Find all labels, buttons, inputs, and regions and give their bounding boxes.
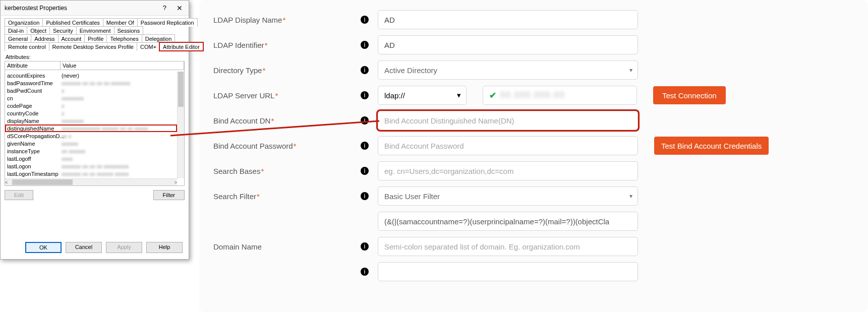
search-filter-label: Search Filter* [213, 192, 361, 201]
vertical-scrollbar[interactable] [177, 72, 184, 178]
table-row[interactable]: countryCodex [5, 109, 177, 117]
info-icon[interactable]: i [361, 242, 369, 251]
search-filter-select[interactable]: Basic User Filter▾ [378, 186, 638, 206]
search-bases-input[interactable] [378, 161, 638, 180]
ldap-server-url-label: LDAP Server URL* [213, 91, 361, 100]
info-icon[interactable]: i [361, 41, 369, 49]
attributes-label: Attributes: [6, 54, 185, 60]
test-bind-credentials-button[interactable]: Test Bind Account Credentials [654, 137, 769, 155]
table-row[interactable]: lastLogoffxxxx [5, 155, 177, 162]
server-url-input[interactable]: ✔ 00.000.000.00 [483, 86, 637, 105]
info-icon[interactable]: i [361, 167, 369, 175]
table-row[interactable]: lastLogonTimestampxxxxxxx xx xx xxxxxx x… [5, 170, 177, 177]
tab-general[interactable]: General [5, 34, 31, 43]
filter-button[interactable]: Filter [153, 190, 185, 200]
info-icon[interactable]: i [361, 91, 369, 99]
close-icon[interactable]: ✕ [172, 3, 187, 13]
search-bases-label: Search Bases* [213, 167, 361, 175]
table-row[interactable]: lastLogonxxxxxxx xx xx xx xxxxxxxxx [5, 162, 177, 170]
tab-dial-in[interactable]: Dial-in [5, 26, 27, 35]
chevron-down-icon: ▾ [629, 193, 632, 200]
info-icon[interactable]: i [361, 66, 369, 74]
table-row[interactable]: instanceTypexx xxxxxx [5, 147, 177, 155]
table-row[interactable]: codePagex [5, 102, 177, 109]
directory-type-select[interactable]: Active Directory▾ [378, 60, 638, 80]
table-row[interactable]: displayNamexxxxxxxx [5, 117, 177, 124]
tab-com-plus[interactable]: COM+ [137, 42, 160, 51]
table-row[interactable]: dSCorePropagationD...xx x [5, 132, 177, 140]
check-icon: ✔ [489, 90, 496, 101]
table-row[interactable]: givenNamexxxxxx [5, 140, 177, 147]
tab-password-replication[interactable]: Password Replication [137, 18, 198, 27]
ldap-display-name-input[interactable] [378, 10, 638, 29]
ldap-config-panel: LDAP Display Name* i LDAP Identifier* i … [199, 0, 868, 312]
tab-attribute-editor[interactable]: Attribute Editor [159, 42, 203, 51]
col-value[interactable]: Value [61, 61, 184, 70]
dialog-titlebar: kerberostest Properties ? ✕ [1, 1, 189, 16]
col-attribute[interactable]: Attribute [5, 61, 61, 70]
tab-rds-profile[interactable]: Remote Desktop Services Profile [49, 42, 137, 51]
ldap-display-name-label: LDAP Display Name* [213, 16, 361, 24]
tab-strip: Organization Published Certificates Memb… [5, 19, 185, 51]
tab-account[interactable]: Account [58, 34, 85, 43]
attributes-table: Attribute Value accountExpires(never)bad… [5, 61, 185, 186]
tab-organization[interactable]: Organization [5, 18, 43, 27]
search-filter-string-input[interactable] [378, 212, 638, 231]
domain-name-input[interactable] [378, 237, 638, 256]
test-connection-button[interactable]: Test Connection [653, 86, 726, 104]
chevron-down-icon: ▾ [457, 91, 461, 100]
tab-member-of[interactable]: Member Of [103, 18, 138, 27]
tab-security[interactable]: Security [49, 26, 77, 35]
tab-sessions[interactable]: Sessions [114, 26, 144, 35]
help-icon[interactable]: ? [160, 3, 169, 13]
info-icon[interactable]: i [361, 16, 369, 24]
help-button[interactable]: Help [146, 242, 183, 253]
edit-button[interactable]: Edit [5, 190, 33, 200]
partial-input[interactable] [378, 262, 638, 281]
table-row[interactable]: accountExpires(never) [5, 72, 177, 79]
table-row[interactable]: badPwdCountx [5, 87, 177, 94]
tab-published-certificates[interactable]: Published Certificates [42, 18, 103, 27]
chevron-down-icon: ▾ [629, 67, 632, 74]
ldap-identifier-input[interactable] [378, 35, 638, 54]
ok-button[interactable]: OK [25, 242, 62, 253]
table-row[interactable]: badPasswordTimexxxxxxx xx xx xx xx xxxxx… [5, 79, 177, 87]
bind-account-password-label: Bind Account Password* [213, 142, 361, 150]
horizontal-scrollbar[interactable]: <> [5, 178, 177, 185]
bind-account-dn-input[interactable] [378, 111, 638, 130]
dialog-title: kerberostest Properties [5, 5, 67, 12]
tab-address[interactable]: Address [31, 34, 58, 43]
cancel-button[interactable]: Cancel [66, 242, 102, 253]
info-icon[interactable]: i [361, 142, 369, 150]
tab-remote-control[interactable]: Remote control [5, 42, 49, 51]
table-row[interactable]: cnxxxxxxxx [5, 94, 177, 102]
domain-name-label: Domain Name [213, 242, 361, 251]
table-row[interactable]: distinguishedNamexxxxxxxxxxxxxx xxxxxx x… [5, 124, 177, 132]
tab-profile[interactable]: Profile [84, 34, 107, 43]
tab-telephones[interactable]: Telephones [106, 34, 142, 43]
tab-object[interactable]: Object [27, 26, 50, 35]
info-icon[interactable]: i [361, 116, 369, 124]
properties-dialog: kerberostest Properties ? ✕ Organization… [0, 0, 189, 260]
info-icon[interactable]: i [361, 192, 369, 200]
protocol-select[interactable]: ldap://▾ [378, 86, 467, 105]
ldap-identifier-label: LDAP Identifier* [213, 41, 361, 49]
tab-environment[interactable]: Environment [76, 26, 114, 35]
bind-account-password-input[interactable] [378, 136, 638, 155]
info-icon[interactable]: i [361, 268, 369, 276]
apply-button[interactable]: Apply [106, 242, 142, 253]
bind-account-dn-label: Bind Account DN* [213, 116, 361, 125]
tab-delegation[interactable]: Delegation [142, 34, 176, 43]
directory-type-label: Directory Type* [213, 66, 361, 75]
